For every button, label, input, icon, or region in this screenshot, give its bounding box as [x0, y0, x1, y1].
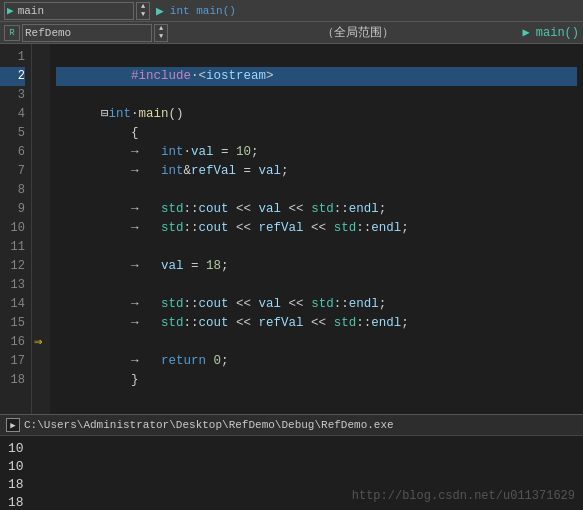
line-num-3: 3: [0, 86, 25, 105]
toolbar-top-left: ▶ main ▲ ▼ ▶ int main(): [4, 2, 579, 20]
ref-label: RefDemo: [25, 27, 71, 39]
func-arrow-icon: ▶: [523, 25, 530, 40]
code-line-8: → std::cout << val << std::endl;: [56, 181, 577, 200]
code-content[interactable]: #include·<iostream> ⊟int·main() { → int·…: [50, 44, 583, 414]
ref-arrow-down-icon[interactable]: ▼: [155, 33, 167, 41]
watermark-text: http://blog.csdn.net/u011371629: [352, 489, 575, 503]
nav-text: int main(): [170, 5, 236, 17]
code-line-13: → std::cout << val << std::endl;: [56, 276, 577, 295]
output-icon: ▶: [6, 418, 20, 432]
line-num-9: 9: [0, 200, 25, 219]
line-num-4: 4: [0, 105, 25, 124]
toolbar-top: ▶ main ▲ ▼ ▶ int main(): [0, 0, 583, 22]
line-num-8: 8: [0, 181, 25, 200]
output-line-1: 10: [8, 440, 575, 458]
toolbar2-left: R RefDemo ▲ ▼: [4, 24, 194, 42]
line-num-14: 14: [0, 295, 25, 314]
line-numbers: 1 2 3 4 5 6 7 8 9 10 11 12 13 14 15 16 1…: [0, 44, 32, 414]
code-line-3: ⊟int·main(): [56, 86, 577, 105]
line-num-15: 15: [0, 314, 25, 333]
line-num-5: 5: [0, 124, 25, 143]
toolbar-bottom: R RefDemo ▲ ▼ （全局范围） ▶ main(): [0, 22, 583, 44]
func-nav: ▶ main(): [523, 25, 579, 40]
gutter: ⇒: [32, 44, 50, 414]
ref-icon: R: [4, 25, 20, 41]
scope-dropdown[interactable]: （全局范围）: [196, 24, 521, 41]
line-num-6: 6: [0, 143, 25, 162]
line-num-1: 1: [0, 48, 25, 67]
scope-label: （全局范围）: [322, 24, 394, 41]
ref-dropdown[interactable]: RefDemo: [22, 24, 152, 42]
output-content: 10 10 18 18 http://blog.csdn.net/u011371…: [0, 436, 583, 509]
line-num-17: 17: [0, 352, 25, 371]
arrow-down-icon[interactable]: ▼: [137, 11, 149, 19]
code-line-11: → val = 18;: [56, 238, 577, 257]
output-path: C:\Users\Administrator\Desktop\RefDemo\D…: [24, 419, 394, 431]
line-num-11: 11: [0, 238, 25, 257]
toolbar-nav: ▶ int main(): [156, 3, 236, 19]
code-line-1: #include·<iostream>: [56, 48, 577, 67]
line-num-2: 2: [0, 67, 25, 86]
line-num-13: 13: [0, 276, 25, 295]
dropdown-arrows[interactable]: ▲ ▼: [136, 2, 150, 20]
line-num-12: 12: [0, 257, 25, 276]
line-num-7: 7: [0, 162, 25, 181]
output-line-2: 10: [8, 458, 575, 476]
output-header: ▶ C:\Users\Administrator\Desktop\RefDemo…: [0, 414, 583, 436]
line-num-10: 10: [0, 219, 25, 238]
code-editor: 1 2 3 4 5 6 7 8 9 10 11 12 13 14 15 16 1…: [0, 44, 583, 414]
ref-dropdown-arrows[interactable]: ▲ ▼: [154, 24, 168, 42]
func-label: main(): [536, 26, 579, 40]
line-num-16: 16: [0, 333, 25, 352]
code-line-16: → return 0;: [56, 333, 577, 352]
debug-arrow-icon: ⇒: [34, 333, 42, 352]
main-dropdown-label: main: [18, 5, 44, 17]
line-num-18: 18: [0, 371, 25, 390]
main-dropdown[interactable]: ▶ main: [4, 2, 134, 20]
nav-arrow-icon: ▶: [156, 3, 164, 19]
